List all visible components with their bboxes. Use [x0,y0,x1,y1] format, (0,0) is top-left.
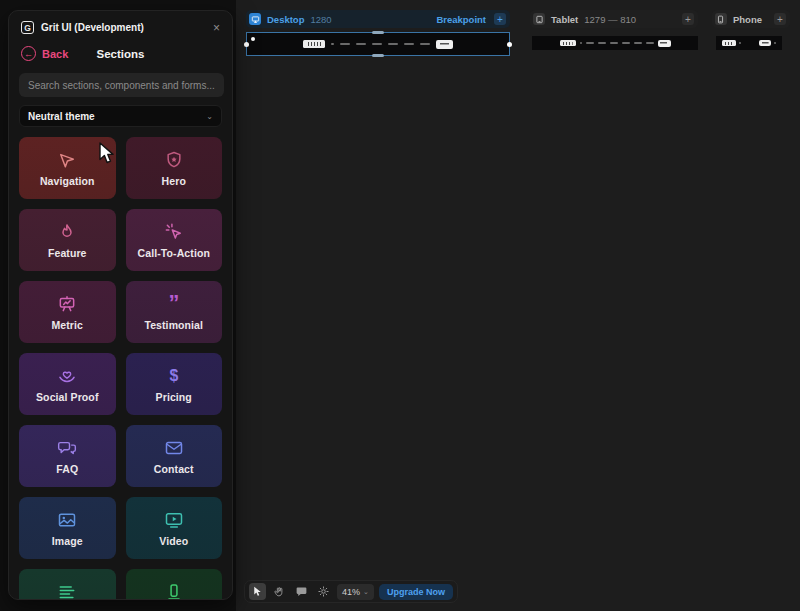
footer-block-icon [164,582,184,601]
preview-logo [560,40,576,46]
theme-select[interactable]: Neutral theme ⌄ [19,105,222,127]
tile-social-proof[interactable]: Social Proof [19,353,116,415]
zoom-select[interactable]: 41% ⌄ [337,584,374,600]
resize-handle-right[interactable] [507,42,512,47]
frame-group-phone: Phone + [712,10,790,28]
pricing-dollar-icon [164,366,184,386]
testimonial-quote-icon [164,294,184,314]
preview-nav-link [356,43,366,46]
preview-nav-link [634,42,642,44]
theme-toggle-button[interactable] [315,583,332,600]
preview-button [658,40,671,47]
preview-logo [303,40,325,48]
phone-frame-label: Phone [733,14,762,25]
cta-click-icon [164,222,184,242]
preview-nav-link [646,42,654,44]
tablet-frame-label: Tablet [551,14,578,25]
tile-call-to-action[interactable]: Call-To-Action [126,209,223,271]
tile-label: Metric [51,319,83,331]
desktop-navbar-preview[interactable] [246,32,510,56]
preview-logo [722,40,736,46]
desktop-frame-size: 1280 [310,14,331,25]
add-breakpoint-button[interactable]: + [494,13,506,25]
preview-dot [580,42,582,44]
tile-label: Social Proof [36,391,98,403]
tile-text[interactable]: Text [19,569,116,600]
resize-handle-left[interactable] [244,42,249,47]
tile-label: Image [52,535,83,547]
tablet-frame-size: 1279 — 810 [584,14,636,25]
tile-image[interactable]: Image [19,497,116,559]
upgrade-now-button[interactable]: Upgrade Now [379,584,453,600]
tile-label: Call-To-Action [138,247,210,259]
tile-label: Hero [162,175,186,187]
tile-hero[interactable]: Hero [126,137,223,199]
bottom-toolbar: 41% ⌄ Upgrade Now [244,580,458,603]
select-tool-button[interactable] [249,583,266,600]
breakpoint-label: Breakpoint [436,14,486,25]
preview-nav-link [610,42,618,44]
chevron-down-icon: ⌄ [206,112,213,121]
hand-tool-button[interactable] [271,583,288,600]
phone-navbar-preview[interactable] [716,36,782,50]
resize-handle-top[interactable] [372,31,384,34]
preview-nav-link [388,43,398,46]
preview-nav-link [372,43,382,46]
preview-nav-link [340,43,350,46]
add-breakpoint-button[interactable]: + [682,13,694,25]
image-picture-icon [57,510,77,530]
tile-faq[interactable]: FAQ [19,425,116,487]
back-label: Back [42,48,68,60]
tile-label: Contact [154,463,194,475]
search-input[interactable] [19,73,224,97]
tablet-frame-header[interactable]: Tablet 1279 — 810 + [530,10,698,28]
zoom-value: 41% [342,587,360,597]
panel-nav-row: Sections ← Back [9,38,232,71]
preview-nav-link [622,42,630,44]
preview-nav-link [404,43,414,46]
phone-icon [715,13,727,25]
resize-handle-bottom[interactable] [372,54,384,57]
feature-flame-icon [57,222,77,242]
frame-group-tablet: Tablet 1279 — 810 + [530,10,698,28]
tile-pricing[interactable]: Pricing [126,353,223,415]
preview-nav-link [586,42,594,44]
video-player-icon [164,510,184,530]
faq-chat-icon [57,438,77,458]
preview-dot [739,42,741,44]
navigation-cursor-icon [57,150,77,170]
add-breakpoint-button[interactable]: + [774,13,786,25]
text-lines-icon [57,582,77,601]
tile-contact[interactable]: Contact [126,425,223,487]
tile-label: FAQ [56,463,78,475]
tile-feature[interactable]: Feature [19,209,116,271]
tile-navigation[interactable]: Navigation [19,137,116,199]
tile-footer[interactable]: Footer [126,569,223,600]
chevron-down-icon: ⌄ [363,588,369,596]
panel-header: G Grit UI (Development) × [9,11,232,38]
frame-group-desktop: Desktop 1280 Breakpoint + [246,10,510,28]
close-icon[interactable]: × [213,22,220,34]
tile-label: Feature [48,247,87,259]
metric-board-icon [57,294,77,314]
back-button[interactable]: ← Back [21,46,68,61]
tile-metric[interactable]: Metric [19,281,116,343]
tile-testimonial[interactable]: Testimonial [126,281,223,343]
tile-label: Testimonial [144,319,203,331]
comment-tool-button[interactable] [293,583,310,600]
back-arrow-icon: ← [21,46,36,61]
tile-grid: Navigation Hero Feature Call-To-Action M… [19,137,222,600]
theme-selected-value: Neutral theme [28,111,206,122]
selection-anchor-dot[interactable] [251,37,255,41]
preview-nav-link [420,43,430,46]
tile-video[interactable]: Video [126,497,223,559]
preview-nav-link [598,42,606,44]
hero-shield-icon [164,150,184,170]
canvas[interactable]: Desktop 1280 Breakpoint + Tablet [236,0,800,611]
phone-frame-header[interactable]: Phone + [712,10,790,28]
tablet-navbar-preview[interactable] [532,36,698,50]
desktop-frame-header[interactable]: Desktop 1280 Breakpoint + [246,10,510,28]
desktop-icon [249,13,261,25]
tile-label: Video [159,535,188,547]
sections-panel: G Grit UI (Development) × Sections ← Bac… [8,10,233,600]
